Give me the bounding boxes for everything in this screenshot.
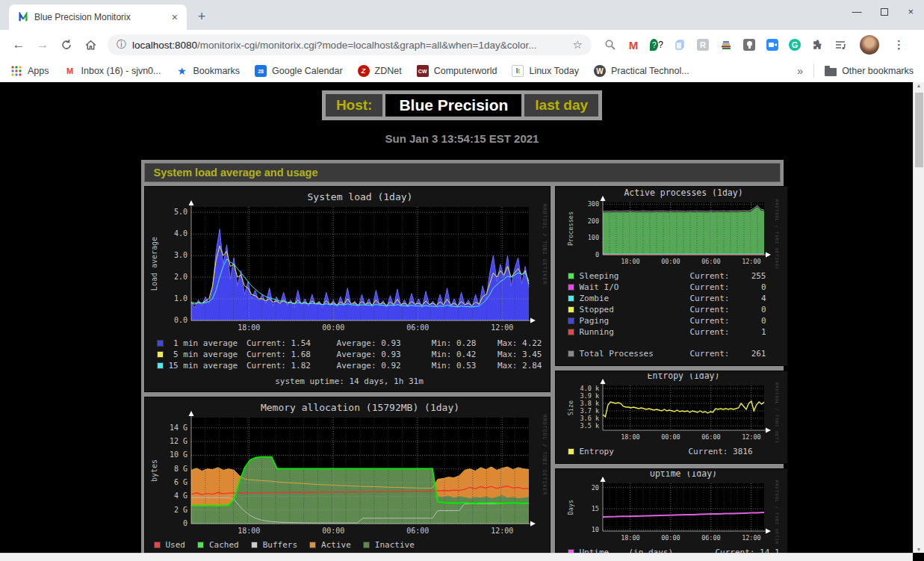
maximize-button[interactable] — [881, 8, 888, 16]
svg-text:06:00: 06:00 — [701, 433, 721, 441]
legend-swatch — [568, 295, 574, 302]
legend-swatch — [568, 329, 574, 335]
svg-text:Uptime (1day): Uptime (1day) — [650, 471, 717, 479]
media-controls-icon[interactable] — [834, 38, 847, 52]
bookmark-label: Google Calendar — [272, 66, 343, 76]
legend-swatch — [363, 542, 370, 548]
reload-button[interactable] — [55, 34, 78, 56]
reading-list-books-icon[interactable] — [719, 38, 733, 52]
extension-icons: M ?? R G ⋮ — [604, 35, 905, 55]
bookmark-label: Computerworld — [434, 66, 497, 76]
titlebar: Blue Precision Monitorix × + — × — [0, 0, 924, 30]
zoom-icon[interactable] — [766, 38, 779, 52]
bookmark-google-calendar[interactable]: 28 Google Calendar — [255, 65, 343, 77]
new-tab-button[interactable]: + — [191, 6, 212, 27]
legend-label: Used — [166, 540, 186, 550]
svg-text:06:00: 06:00 — [406, 527, 429, 535]
page-info-icon[interactable]: ⓘ — [117, 38, 126, 52]
close-button[interactable]: × — [908, 6, 914, 17]
report-date: Sun Jan 3 13:54:15 EST 2021 — [0, 132, 924, 145]
browser-menu-icon[interactable]: ⋮ — [893, 38, 905, 52]
time-range-label[interactable]: last day — [524, 94, 598, 117]
legend-value: 255 — [739, 271, 766, 281]
bookmark-bookmarks[interactable]: ★ Bookmarks — [176, 65, 241, 77]
profile-avatar[interactable] — [860, 35, 879, 55]
memory-allocation-panel: Memory allocation (15792MB) (1day)02 G4 … — [144, 397, 551, 556]
bookmark-computerworld[interactable]: CW Computerworld — [417, 65, 497, 77]
star-icon: ★ — [176, 65, 188, 77]
svg-text:RRDTOOL / TOBI OETIKER: RRDTOOL / TOBI OETIKER — [775, 382, 779, 444]
legend-current-label: Current: — [690, 349, 739, 359]
bookmark-star-icon[interactable]: ☆ — [567, 38, 583, 52]
svg-text:System load (1day): System load (1day) — [307, 191, 412, 202]
svg-text:12:00: 12:00 — [491, 527, 513, 535]
system-load-legend: 1 min average Current: 1.54 Average: 0.9… — [146, 335, 548, 389]
scroll-up-arrow[interactable]: ▲ — [914, 83, 924, 88]
tab-title: Blue Precision Monitorix — [34, 12, 169, 22]
minimize-button[interactable]: — — [852, 6, 861, 17]
bookmark-label: Bookmarks — [193, 66, 241, 76]
bookmark-inbox[interactable]: M Inbox (16) - sjvn0... — [64, 65, 161, 77]
svg-text:00:00: 00:00 — [661, 433, 680, 441]
svg-text:10 G: 10 G — [169, 450, 187, 459]
legend-swatch — [568, 317, 574, 324]
wordpress-icon: W — [594, 65, 606, 77]
copy-pages-icon[interactable] — [673, 38, 686, 52]
gmail-extension-icon[interactable]: M — [627, 38, 640, 52]
apps-grid-icon — [10, 65, 22, 77]
legend-min: Min: 0.28 — [432, 338, 497, 348]
bookmarks-overflow-chevron[interactable]: » — [797, 65, 803, 77]
bookmark-zdnet[interactable]: Z ZDNet — [358, 65, 402, 77]
svg-text:Active processes (1day): Active processes (1day) — [624, 189, 742, 198]
gmail-icon: M — [64, 65, 76, 77]
legend-label: 1 min average — [169, 338, 246, 348]
horizontal-scrollbar[interactable] — [0, 553, 913, 561]
svg-text:3.5 k: 3.5 k — [580, 422, 599, 430]
legend-label: Wait I/O — [580, 282, 690, 292]
svg-text:Processes: Processes — [567, 211, 574, 246]
svg-text:6 G: 6 G — [173, 478, 187, 486]
bookmark-practical-technology[interactable]: W Practical Technol... — [594, 65, 689, 77]
svg-text:3.9 k: 3.9 k — [580, 392, 599, 400]
other-bookmarks-button[interactable]: Other bookmarks — [825, 66, 914, 76]
legend-current: Current: 1.82 — [246, 361, 337, 371]
zdnet-icon: Z — [358, 65, 370, 77]
back-button[interactable]: ← — [7, 34, 30, 56]
tab-close-icon[interactable]: × — [169, 11, 181, 23]
search-icon[interactable] — [604, 38, 617, 52]
legend-swatch — [251, 542, 258, 548]
vertical-scrollbar[interactable]: ▲ ▼ — [913, 82, 924, 553]
hangouts-icon[interactable]: ?? — [650, 38, 663, 52]
keep-icon[interactable] — [742, 38, 756, 52]
r-extension-icon[interactable]: R — [696, 38, 710, 52]
system-load-panel: System load (1day)0.01.02.03.04.05.018:0… — [144, 186, 551, 392]
grammarly-icon[interactable]: G — [789, 39, 801, 51]
bookmark-apps[interactable]: Apps — [10, 65, 49, 77]
svg-text:RRDTOOL / TOBI OETIKER: RRDTOOL / TOBI OETIKER — [542, 204, 547, 285]
bookmark-linux-today[interactable]: lt Linux Today — [512, 65, 579, 77]
svg-text:18:00: 18:00 — [238, 527, 260, 535]
url-bar[interactable]: ⓘ localhost:8080 /monitorix-cgi/monitori… — [108, 34, 592, 55]
bookmark-label: Inbox (16) - sjvn0... — [81, 66, 161, 76]
url-path: /monitorix-cgi/monitorix.cgi?mode=localh… — [197, 40, 536, 51]
svg-text:18:00: 18:00 — [621, 433, 640, 441]
legend-current-label: Current: — [690, 327, 739, 337]
browser-window: Blue Precision Monitorix × + — × ← → ⓘ l… — [0, 0, 924, 561]
extensions-puzzle-icon[interactable] — [810, 38, 824, 52]
host-label: Host: — [326, 94, 383, 117]
svg-text:14 G: 14 G — [169, 424, 187, 432]
home-button[interactable] — [79, 34, 102, 56]
legend-swatch — [157, 351, 164, 358]
legend-current-label: Current: — [690, 305, 739, 314]
svg-text:06:00: 06:00 — [701, 534, 721, 542]
svg-text:12:00: 12:00 — [742, 534, 761, 542]
vertical-scrollbar-thumb[interactable] — [915, 93, 923, 167]
legend-min: Min: 0.42 — [432, 350, 497, 359]
tab-blue-precision-monitorix[interactable]: Blue Precision Monitorix × — [9, 4, 187, 30]
legend-label: Paging — [580, 316, 690, 326]
svg-text:2 G: 2 G — [173, 506, 187, 514]
legend-current-label: Current: — [690, 316, 739, 326]
forward-button[interactable]: → — [31, 34, 54, 56]
legend-value: 4 — [739, 294, 766, 303]
scroll-down-arrow[interactable]: ▼ — [914, 547, 924, 552]
